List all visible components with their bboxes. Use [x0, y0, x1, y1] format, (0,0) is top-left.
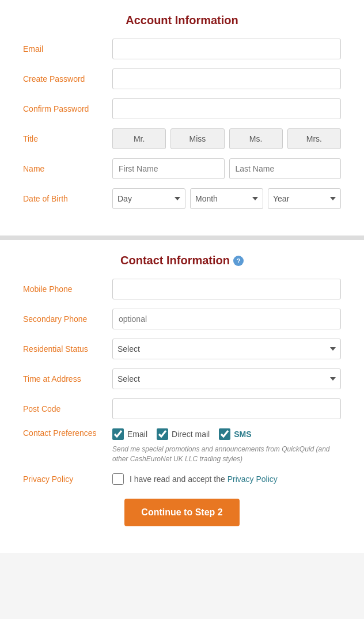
dob-day-select[interactable]: Day — [112, 188, 185, 209]
last-name-input[interactable] — [229, 158, 342, 179]
dob-year-select[interactable]: Year — [268, 188, 341, 209]
mobile-row: Mobile Phone — [23, 279, 341, 299]
sms-checkbox-item: SMS — [219, 428, 251, 440]
time-select-container: Select — [112, 369, 341, 389]
name-label: Name — [23, 164, 112, 173]
time-at-address-row: Time at Address Select — [23, 369, 341, 389]
title-ms-button[interactable]: Ms. — [229, 128, 283, 149]
email-row: Email — [23, 39, 341, 59]
sms-checkbox[interactable] — [219, 428, 230, 440]
sms-checkbox-label: SMS — [234, 430, 251, 439]
mobile-input[interactable] — [112, 279, 341, 299]
time-at-address-label: Time at Address — [23, 374, 112, 383]
mobile-label: Mobile Phone — [23, 284, 112, 294]
mobile-input-wrap — [112, 279, 341, 299]
confirm-password-input[interactable] — [112, 98, 341, 119]
contact-title: Contact Information — [120, 254, 230, 267]
info-icon[interactable]: ? — [233, 256, 244, 266]
name-row: Name — [23, 158, 341, 179]
promo-text: Send me special promotions and announcem… — [112, 445, 341, 464]
privacy-policy-link[interactable]: Privacy Policy — [227, 474, 278, 484]
title-label: Title — [23, 134, 112, 143]
privacy-label: Privacy Policy — [23, 474, 112, 484]
residential-select[interactable]: Select — [112, 339, 341, 359]
secondary-phone-label: Secondary Phone — [23, 314, 112, 324]
residential-select-wrap: Select — [112, 339, 341, 359]
email-checkbox-label: Email — [127, 430, 147, 439]
name-inputs-wrap — [112, 158, 341, 179]
privacy-row: Privacy Policy I have read and accept th… — [23, 473, 341, 485]
privacy-checkbox[interactable] — [112, 473, 124, 485]
title-mrs-button[interactable]: Mrs. — [287, 128, 341, 149]
password-input[interactable] — [112, 69, 341, 89]
confirm-password-row: Confirm Password — [23, 98, 341, 119]
postcode-input-wrap — [112, 398, 341, 419]
confirm-password-label: Confirm Password — [23, 104, 112, 113]
direct-mail-checkbox[interactable] — [157, 428, 168, 440]
preferences-label: Contact Preferences — [23, 428, 112, 438]
continue-button[interactable]: Continue to Step 2 — [124, 499, 240, 526]
title-miss-button[interactable]: Miss — [170, 128, 224, 149]
contact-section: Contact Information ? Mobile Phone Secon… — [0, 240, 364, 553]
first-name-input[interactable] — [112, 158, 225, 179]
title-row: Title Mr. Miss Ms. Mrs. — [23, 128, 341, 149]
account-title: Account Information — [23, 14, 341, 27]
email-input-wrap — [112, 39, 341, 59]
secondary-phone-input-wrap — [112, 309, 341, 329]
postcode-row: Post Code — [23, 398, 341, 419]
email-checkbox-item: Email — [112, 428, 147, 440]
dob-month-select[interactable]: Month — [190, 188, 263, 209]
residential-label: Residential Status — [23, 344, 112, 354]
privacy-text: I have read and accept the Privacy Polic… — [130, 474, 278, 484]
privacy-content: I have read and accept the Privacy Polic… — [112, 473, 341, 485]
confirm-password-input-wrap — [112, 98, 341, 119]
dob-label: Date of Birth — [23, 194, 112, 203]
secondary-phone-row: Secondary Phone — [23, 309, 341, 329]
contact-title-wrap: Contact Information ? — [23, 254, 341, 267]
dob-row: Date of Birth Day Month Year — [23, 188, 341, 209]
direct-mail-checkbox-item: Direct mail — [157, 428, 210, 440]
residential-row: Residential Status Select — [23, 339, 341, 359]
postcode-label: Post Code — [23, 404, 112, 413]
email-label: Email — [23, 44, 112, 54]
time-select-wrap: Select — [112, 369, 341, 389]
direct-mail-checkbox-label: Direct mail — [172, 430, 210, 439]
section-divider — [0, 236, 364, 240]
email-input[interactable] — [112, 39, 341, 59]
title-buttons-wrap: Mr. Miss Ms. Mrs. — [112, 128, 341, 149]
password-label: Create Password — [23, 74, 112, 83]
account-section: Account Information Email Create Passwor… — [0, 0, 364, 236]
password-row: Create Password — [23, 69, 341, 89]
residential-select-container: Select — [112, 339, 341, 359]
preferences-wrap: Email Direct mail SMS Send me special pr… — [112, 428, 341, 464]
secondary-phone-input[interactable] — [112, 309, 341, 329]
password-input-wrap — [112, 69, 341, 89]
preferences-row: Contact Preferences Email Direct mail SM… — [23, 428, 341, 464]
postcode-input[interactable] — [112, 398, 341, 419]
dob-selects-wrap: Day Month Year — [112, 188, 341, 209]
checkbox-group: Email Direct mail SMS — [112, 428, 341, 440]
title-mr-button[interactable]: Mr. — [112, 128, 166, 149]
time-at-address-select[interactable]: Select — [112, 369, 341, 389]
email-checkbox[interactable] — [112, 428, 124, 440]
